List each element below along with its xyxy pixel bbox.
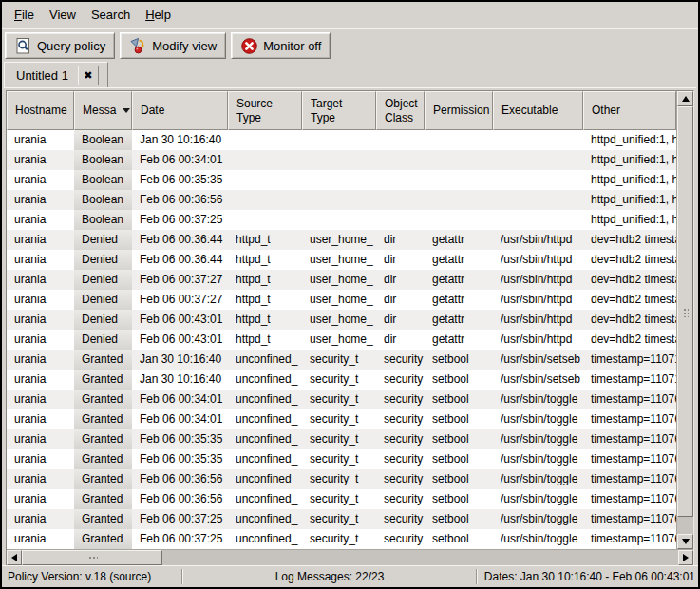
table-cell-other: httpd_unified:1, h xyxy=(583,170,676,190)
table-cell-other: timestamp=11076 xyxy=(583,509,676,529)
table-cell-messa: Denied xyxy=(74,310,132,330)
table-cell-permission: setbool xyxy=(425,469,493,489)
table-cell-date: Feb 06 00:36:44 xyxy=(132,230,228,250)
table-cell-hostname: urania xyxy=(7,210,74,230)
table-cell-executable: /usr/sbin/toggle xyxy=(493,409,583,429)
table-header-row: HostnameMessaDateSource TypeTarget TypeO… xyxy=(7,91,676,130)
column-header-date[interactable]: Date xyxy=(132,91,228,130)
scrollbar-grip-icon xyxy=(87,555,98,561)
table-row[interactable]: uraniaGrantedJan 30 10:16:40unconfined_s… xyxy=(7,350,676,370)
table-cell-hostname: urania xyxy=(7,310,74,330)
table-cell-executable: /usr/sbin/httpd xyxy=(493,230,583,250)
monitor-off-button[interactable]: Monitor off xyxy=(231,32,331,59)
vertical-scrollbar-thumb[interactable] xyxy=(677,106,693,517)
menu-view[interactable]: View xyxy=(42,4,84,26)
horizontal-scrollbar[interactable] xyxy=(7,549,693,565)
table-cell-target-type: security_t xyxy=(302,370,376,390)
table-cell-messa: Boolean xyxy=(74,170,132,190)
table-cell-messa: Denied xyxy=(74,230,132,250)
table-cell-other: dev=hdb2 timesta xyxy=(583,310,676,330)
table-row[interactable]: uraniaDeniedFeb 06 00:43:01httpd_tuser_h… xyxy=(7,310,676,330)
table-cell-date: Jan 30 10:16:40 xyxy=(132,350,228,370)
table-cell-source-type xyxy=(228,150,302,170)
table-cell-object-class xyxy=(376,210,425,230)
table-cell-executable: /usr/sbin/toggle xyxy=(493,509,583,529)
vertical-scrollbar[interactable] xyxy=(676,91,693,549)
table-cell-messa: Boolean xyxy=(74,210,132,230)
table-row[interactable]: uraniaGrantedFeb 06 00:35:35unconfined_s… xyxy=(7,449,676,469)
table-cell-messa: Boolean xyxy=(74,190,132,210)
table-cell-hostname: urania xyxy=(7,409,74,429)
policy-version-status: Policy Version: v.18 (source) xyxy=(2,570,181,583)
table-row[interactable]: uraniaDeniedFeb 06 00:37:27httpd_tuser_h… xyxy=(7,270,676,290)
table-cell-date: Feb 06 00:35:35 xyxy=(132,449,228,469)
column-header-other[interactable]: Other xyxy=(583,91,676,130)
table-row[interactable]: uraniaGrantedFeb 06 00:37:25unconfined_s… xyxy=(7,509,676,529)
column-header-hostname[interactable]: Hostname xyxy=(7,91,74,130)
table-cell-date: Jan 30 10:16:40 xyxy=(132,130,228,150)
modify-view-button[interactable]: Modify view xyxy=(120,32,226,59)
table-cell-target-type: user_home_ xyxy=(302,330,376,350)
table-cell-date: Feb 06 00:35:35 xyxy=(132,429,228,449)
menu-help[interactable]: Help xyxy=(138,4,179,26)
table-cell-hostname: urania xyxy=(7,509,74,529)
scroll-down-button[interactable] xyxy=(677,534,693,549)
column-header-messa[interactable]: Messa xyxy=(74,91,132,130)
table-row[interactable]: uraniaGrantedFeb 06 00:36:56unconfined_s… xyxy=(7,489,676,509)
table-row[interactable]: uraniaBooleanFeb 06 00:36:56httpd_unifie… xyxy=(7,190,676,210)
table-cell-other: httpd_unified:1, h xyxy=(583,150,676,170)
column-header-object-class[interactable]: Object Class xyxy=(376,91,425,130)
menu-search[interactable]: Search xyxy=(84,4,138,26)
table-row[interactable]: uraniaBooleanFeb 06 00:34:01httpd_unifie… xyxy=(7,150,676,170)
table-cell-messa: Granted xyxy=(74,350,132,370)
notebook-page: HostnameMessaDateSource TypeTarget TypeO… xyxy=(4,87,696,566)
menu-file[interactable]: File xyxy=(7,4,42,26)
table-row[interactable]: uraniaDeniedFeb 06 00:36:44httpd_tuser_h… xyxy=(7,230,676,250)
table-cell-target-type: user_home_ xyxy=(302,270,376,290)
table-cell-permission: setbool xyxy=(425,370,493,390)
table-cell-target-type: security_t xyxy=(302,390,376,409)
table-cell-executable: /usr/sbin/httpd xyxy=(493,310,583,330)
table-row[interactable]: uraniaDeniedFeb 06 00:36:44httpd_tuser_h… xyxy=(7,250,676,270)
table-row[interactable]: uraniaGrantedJan 30 10:16:40unconfined_s… xyxy=(7,370,676,390)
horizontal-scrollbar-trough[interactable] xyxy=(22,550,678,565)
horizontal-scrollbar-thumb[interactable] xyxy=(22,550,162,565)
toolbar-button-label: Query policy xyxy=(37,39,105,53)
table-cell-date: Feb 06 00:37:25 xyxy=(132,509,228,529)
table-row[interactable]: uraniaBooleanFeb 06 00:35:35httpd_unifie… xyxy=(7,170,676,190)
table-row[interactable]: uraniaGrantedFeb 06 00:34:01unconfined_s… xyxy=(7,409,676,429)
scroll-up-button[interactable] xyxy=(677,91,693,106)
table-row[interactable]: uraniaGrantedFeb 06 00:36:56unconfined_s… xyxy=(7,469,676,489)
table-row[interactable]: uraniaGrantedFeb 06 00:34:01unconfined_s… xyxy=(7,390,676,409)
table-cell-executable: /usr/sbin/httpd xyxy=(493,270,583,290)
column-header-source-type[interactable]: Source Type xyxy=(228,91,302,130)
column-header-permission[interactable]: Permission xyxy=(425,91,493,130)
column-header-executable[interactable]: Executable xyxy=(493,91,583,130)
table-row[interactable]: uraniaDeniedFeb 06 00:37:27httpd_tuser_h… xyxy=(7,290,676,310)
vertical-scrollbar-trough[interactable] xyxy=(677,106,693,534)
scroll-right-button[interactable] xyxy=(678,550,693,565)
table-row[interactable]: uraniaGrantedFeb 06 00:37:25unconfined_s… xyxy=(7,529,676,549)
column-header-target-type[interactable]: Target Type xyxy=(302,91,376,130)
table-cell-target-type: security_t xyxy=(302,429,376,449)
table-cell-object-class xyxy=(376,170,425,190)
tab-untitled-1[interactable]: Untitled 1 ✖ xyxy=(4,62,108,87)
column-header-label: Executable xyxy=(501,104,558,118)
toolbar-button-label: Monitor off xyxy=(263,39,321,53)
table-cell-target-type: security_t xyxy=(302,489,376,509)
table-cell-date: Feb 06 00:43:01 xyxy=(132,310,228,330)
tab-close-button[interactable]: ✖ xyxy=(78,66,99,86)
table-cell-target-type: user_home_ xyxy=(302,290,376,310)
column-header-label: Date xyxy=(141,104,164,118)
table-cell-target-type: security_t xyxy=(302,409,376,429)
scroll-left-button[interactable] xyxy=(7,550,22,565)
table-row[interactable]: uraniaBooleanFeb 06 00:37:25httpd_unifie… xyxy=(7,210,676,230)
table-row[interactable]: uraniaGrantedFeb 06 00:35:35unconfined_s… xyxy=(7,429,676,449)
table-cell-executable: /usr/sbin/toggle xyxy=(493,469,583,489)
table-row[interactable]: uraniaBooleanJan 30 10:16:40httpd_unifie… xyxy=(7,130,676,150)
table-row[interactable]: uraniaDeniedFeb 06 00:43:01httpd_tuser_h… xyxy=(7,330,676,350)
query-policy-button[interactable]: Query policy xyxy=(5,32,115,59)
table-cell-source-type: unconfined_ xyxy=(228,429,302,449)
table-cell-hostname: urania xyxy=(7,270,74,290)
table-cell-hostname: urania xyxy=(7,469,74,489)
